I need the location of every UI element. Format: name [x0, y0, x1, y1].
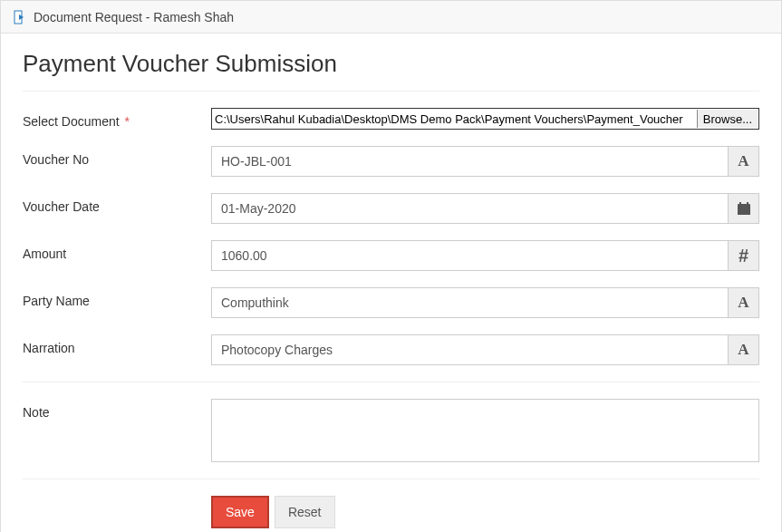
label-narration: Narration — [23, 334, 211, 355]
text-type-icon: A — [729, 146, 759, 177]
required-mark: * — [125, 114, 130, 129]
row-voucher-date: Voucher Date — [23, 193, 759, 224]
svg-rect-2 — [738, 207, 750, 215]
reset-button[interactable]: Reset — [275, 496, 335, 528]
amount-input[interactable] — [211, 240, 729, 271]
label-voucher-no: Voucher No — [23, 146, 211, 167]
save-button[interactable]: Save — [211, 496, 269, 528]
row-voucher-no: Voucher No A — [23, 146, 759, 177]
window: Document Request - Ramesh Shah Payment V… — [0, 0, 782, 532]
text-type-icon: A — [729, 334, 759, 365]
file-picker[interactable]: Browse... — [211, 108, 759, 130]
document-icon — [12, 10, 26, 24]
label-amount: Amount — [23, 240, 211, 261]
svg-rect-4 — [747, 202, 748, 205]
calendar-icon[interactable] — [729, 193, 759, 224]
label-select-document: Select Document * — [23, 108, 211, 129]
window-title: Document Request - Ramesh Shah — [34, 10, 234, 24]
divider — [23, 479, 759, 479]
voucher-no-input[interactable] — [211, 146, 729, 177]
row-amount: Amount # — [23, 240, 759, 271]
button-row: Save Reset — [211, 496, 759, 528]
file-path-input[interactable] — [212, 109, 697, 129]
note-textarea[interactable] — [211, 399, 759, 462]
voucher-date-input[interactable] — [211, 193, 729, 224]
browse-button[interactable]: Browse... — [697, 110, 758, 128]
number-type-icon: # — [729, 240, 759, 271]
label-party-name: Party Name — [23, 287, 211, 308]
content-area: Payment Voucher Submission Select Docume… — [1, 34, 781, 532]
narration-input[interactable] — [211, 334, 729, 365]
titlebar: Document Request - Ramesh Shah — [1, 1, 781, 34]
label-note: Note — [23, 399, 211, 420]
row-party-name: Party Name A — [23, 287, 759, 318]
page-title: Payment Voucher Submission — [23, 50, 759, 92]
label-text: Select Document — [23, 114, 120, 129]
row-note: Note — [23, 399, 759, 462]
text-type-icon: A — [729, 287, 759, 318]
party-name-input[interactable] — [211, 287, 729, 318]
label-voucher-date: Voucher Date — [23, 193, 211, 214]
row-narration: Narration A — [23, 334, 759, 365]
svg-rect-3 — [739, 202, 741, 205]
divider — [23, 382, 759, 382]
row-select-document: Select Document * Browse... — [23, 108, 759, 130]
